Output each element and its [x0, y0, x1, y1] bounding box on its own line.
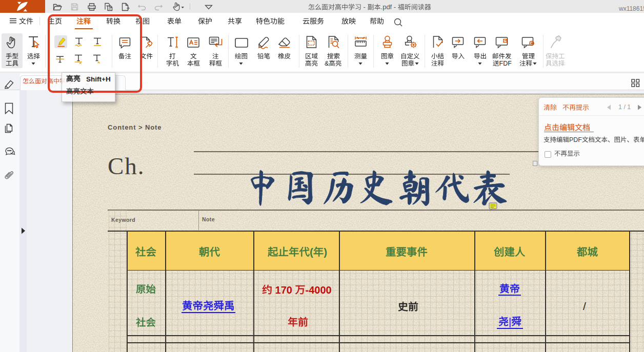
svg-text:FDF: FDF [499, 60, 512, 67]
svg-text:170: 170 [275, 284, 292, 296]
svg-text:-: - [394, 3, 396, 11]
svg-text:-4000: -4000 [305, 284, 331, 296]
svg-text:(: ( [310, 246, 313, 258]
svg-text:-: - [364, 3, 366, 11]
svg-text:|: | [509, 316, 511, 327]
svg-text:): ) [324, 246, 327, 258]
svg-text:.pdf: .pdf [381, 3, 392, 11]
svg-text:&: & [325, 60, 329, 67]
svg-text:Shift+H: Shift+H [86, 75, 111, 83]
svg-text:PDF: PDF [569, 136, 582, 143]
